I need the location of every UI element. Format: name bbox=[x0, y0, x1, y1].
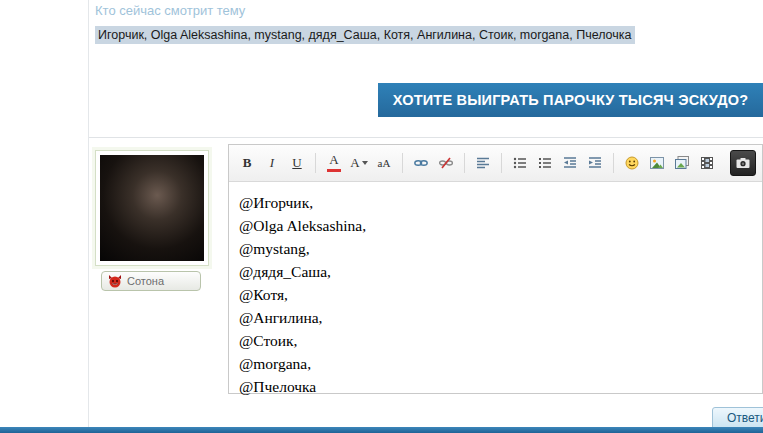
text-color-button[interactable]: A bbox=[322, 151, 346, 175]
toolbar-divider bbox=[402, 153, 403, 173]
editor-line: @Котя, bbox=[239, 283, 752, 306]
editor-line: @Ангилина, bbox=[239, 306, 752, 329]
indent-button[interactable] bbox=[583, 151, 607, 175]
link-button[interactable] bbox=[409, 151, 433, 175]
toolbar-divider bbox=[315, 153, 316, 173]
reply-button[interactable]: Ответить bbox=[712, 407, 763, 428]
devil-smiley-icon bbox=[108, 274, 122, 288]
promo-banner[interactable]: ХОТИТЕ ВЫИГРАТЬ ПАРОЧКУ ТЫСЯЧ ЭСКУДО? bbox=[378, 83, 763, 117]
viewers-usernames[interactable]: Игорчик, Olga Aleksashina, mystang, дядя… bbox=[95, 26, 635, 44]
font-size-button[interactable]: A bbox=[347, 151, 371, 175]
case-toggle-button[interactable]: aA bbox=[372, 151, 396, 175]
picture-icon bbox=[649, 155, 665, 171]
viewers-header: Кто сейчас смотрит тему bbox=[95, 3, 245, 18]
italic-button[interactable]: I bbox=[260, 151, 284, 175]
reply-editor: B I U A A aA bbox=[228, 144, 763, 394]
insert-image-button[interactable] bbox=[645, 151, 669, 175]
left-gutter bbox=[0, 0, 89, 433]
editor-text-area[interactable]: @Игорчик,@Olga Aleksashina,@mystang,@дяд… bbox=[229, 182, 762, 396]
numbered-list-icon bbox=[537, 155, 553, 171]
insert-film-button[interactable] bbox=[695, 151, 719, 175]
bottom-bar bbox=[0, 427, 763, 433]
align-left-icon bbox=[475, 155, 491, 171]
bullet-list-icon bbox=[512, 155, 528, 171]
smiley-face-icon bbox=[624, 155, 640, 171]
badge-label: Сотона bbox=[127, 275, 164, 287]
chain-link-icon bbox=[413, 155, 429, 171]
editor-line: @Игорчик, bbox=[239, 191, 752, 214]
camera-icon bbox=[735, 155, 751, 171]
user-badge: Сотона bbox=[101, 271, 201, 291]
underline-button[interactable]: U bbox=[285, 151, 309, 175]
broken-chain-link-icon bbox=[438, 155, 454, 171]
editor-line: @Olga Aleksashina, bbox=[239, 214, 752, 237]
avatar bbox=[100, 155, 204, 261]
editor-toolbar: B I U A A aA bbox=[229, 145, 762, 182]
toolbar-divider bbox=[464, 153, 465, 173]
outdent-button[interactable] bbox=[558, 151, 582, 175]
editor-line: @дядя_Саша, bbox=[239, 260, 752, 283]
camera-button[interactable] bbox=[730, 150, 756, 176]
numbered-list-button[interactable] bbox=[533, 151, 557, 175]
film-strip-icon bbox=[699, 155, 715, 171]
emoticon-button[interactable] bbox=[620, 151, 644, 175]
bold-button[interactable]: B bbox=[235, 151, 259, 175]
unlink-button[interactable] bbox=[434, 151, 458, 175]
avatar-frame bbox=[95, 150, 209, 266]
separator-line bbox=[89, 137, 763, 138]
bullet-list-button[interactable] bbox=[508, 151, 532, 175]
align-left-button[interactable] bbox=[471, 151, 495, 175]
outdent-icon bbox=[562, 155, 578, 171]
editor-line: @Стоик, bbox=[239, 329, 752, 352]
indent-icon bbox=[587, 155, 603, 171]
editor-line: @mystang, bbox=[239, 237, 752, 260]
editor-line: @Пчелочка bbox=[239, 375, 752, 396]
editor-line: @morgana, bbox=[239, 352, 752, 375]
toolbar-divider bbox=[613, 153, 614, 173]
insert-media-button[interactable] bbox=[670, 151, 694, 175]
layered-images-icon bbox=[674, 155, 690, 171]
viewers-list: Игорчик, Olga Aleksashina, mystang, дядя… bbox=[95, 28, 635, 42]
chevron-down-icon bbox=[362, 161, 368, 165]
toolbar-divider bbox=[501, 153, 502, 173]
forum-page: Кто сейчас смотрит тему Игорчик, Olga Al… bbox=[0, 0, 763, 433]
